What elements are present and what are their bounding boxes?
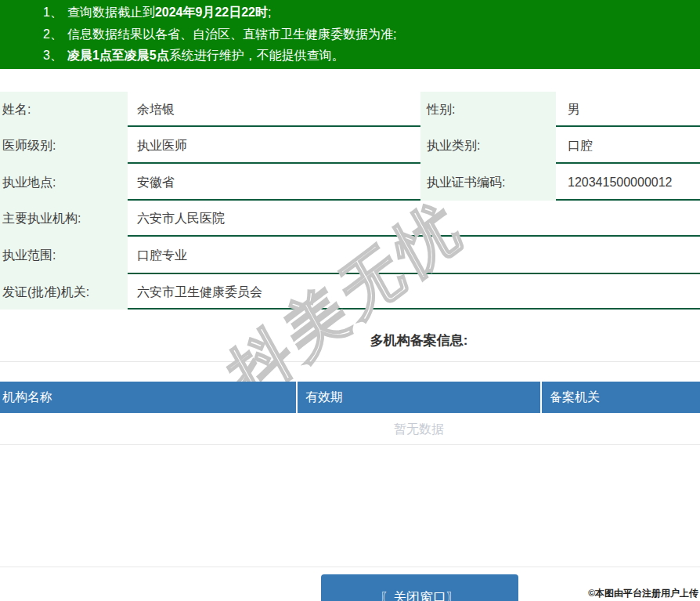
field-label-practice-category: 执业类别: xyxy=(420,127,556,164)
no-data-message: 暂无数据 xyxy=(0,416,700,443)
notice-line-3: 3、凌晨1点至凌晨5点系统进行维护，不能提供查询。 xyxy=(43,45,700,67)
table-row-practice-scope: 执业范围: 口腔专业 xyxy=(0,237,700,274)
field-value-main-institution: 六安市人民医院 xyxy=(128,201,700,237)
field-value-gender: 男 xyxy=(556,92,700,127)
field-label-name: 姓名: xyxy=(0,92,128,127)
filing-table-header: 机构名称 有效期 备案机关 xyxy=(0,382,700,413)
notice-line-1: 1、查询数据截止到2024年9月22日22时; xyxy=(43,2,700,24)
field-value-practice-category: 口腔 xyxy=(556,127,700,164)
table-row-main-institution: 主要执业机构: 六安市人民医院 xyxy=(0,201,700,237)
field-value-cert-number: 120341500000012 xyxy=(556,164,700,201)
table-row-level-category: 医师级别: 执业医师 执业类别: 口腔 xyxy=(0,127,700,164)
field-label-doctor-level: 医师级别: xyxy=(0,127,128,164)
field-value-name: 余培银 xyxy=(128,92,420,127)
column-header-filing-authority: 备案机关 xyxy=(540,382,700,413)
divider-above-close-button xyxy=(0,567,700,567)
column-header-institution-name: 机构名称 xyxy=(0,382,296,413)
divider-below-empty-row xyxy=(0,444,700,445)
table-row-issuing-authority: 发证(批准)机关: 六安市卫生健康委员会 xyxy=(0,274,700,310)
field-value-practice-place: 安徽省 xyxy=(128,164,420,201)
field-label-issuing-authority: 发证(批准)机关: xyxy=(0,274,128,310)
notice-line-2: 2、信息数据结果以各省、自治区、直辖市卫生健康委数据为准; xyxy=(43,24,700,45)
notice-banner: 1、查询数据截止到2024年9月22日22时; 2、信息数据结果以各省、自治区、… xyxy=(0,0,700,69)
divider-above-filing-table xyxy=(0,361,700,362)
field-value-practice-scope: 口腔专业 xyxy=(128,237,700,274)
field-label-main-institution: 主要执业机构: xyxy=(0,201,128,237)
close-window-button[interactable]: 〖关闭窗口〗 xyxy=(321,574,518,601)
multi-institution-filing-title: 多机构备案信息: xyxy=(0,332,700,349)
field-label-cert-number: 执业证书编码: xyxy=(420,164,556,201)
field-value-doctor-level: 执业医师 xyxy=(128,127,420,164)
table-row-place-certno: 执业地点: 安徽省 执业证书编码: 120341500000012 xyxy=(0,164,700,201)
table-row-name-gender: 姓名: 余培银 性别: 男 xyxy=(0,92,700,127)
field-label-practice-scope: 执业范围: xyxy=(0,237,128,274)
uploader-stamp: ©本图由平台注册用户上传 xyxy=(588,587,698,600)
field-label-gender: 性别: xyxy=(420,92,556,127)
field-label-practice-place: 执业地点: xyxy=(0,164,128,201)
column-header-validity-period: 有效期 xyxy=(296,382,540,413)
field-value-issuing-authority: 六安市卫生健康委员会 xyxy=(128,274,700,310)
doctor-info-table: 姓名: 余培银 性别: 男 医师级别: 执业医师 执业类别: 口腔 执业地点: … xyxy=(0,92,700,310)
